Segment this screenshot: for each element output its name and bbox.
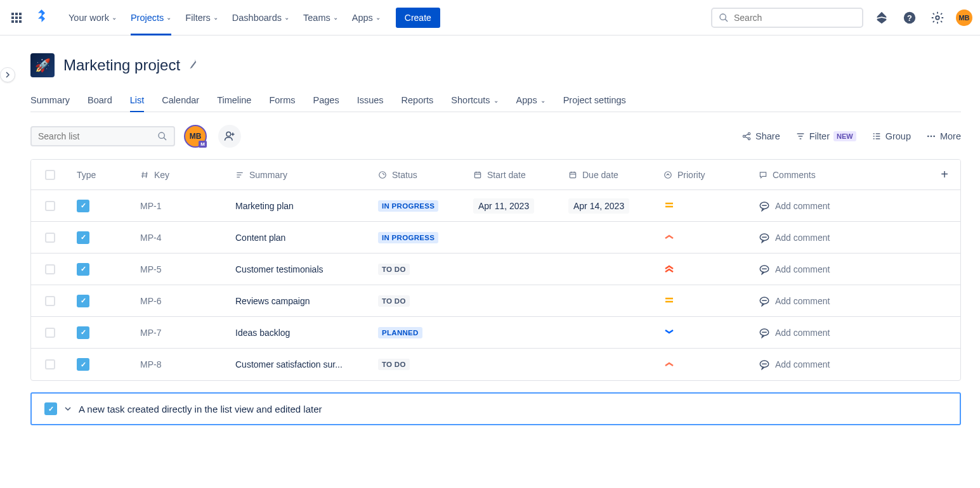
issue-summary[interactable]: Customer satisfaction sur... (235, 359, 343, 369)
status-badge[interactable]: IN PROGRESS (378, 200, 438, 212)
column-summary[interactable]: Summary (228, 170, 370, 180)
table-row[interactable]: ✓MP-4Content planIN PROGRESSAdd comment (31, 222, 960, 254)
list-search-input[interactable] (38, 131, 152, 141)
row-checkbox[interactable] (45, 233, 55, 243)
sidebar-toggle-button[interactable] (0, 67, 15, 82)
column-comments[interactable]: Comments (751, 170, 872, 180)
issue-key[interactable]: MP-4 (140, 233, 161, 243)
add-comment-button[interactable]: Add comment (759, 232, 830, 243)
tab-board[interactable]: Board (88, 89, 112, 112)
issue-summary[interactable]: Content plan (235, 233, 285, 243)
tab-list[interactable]: List (130, 89, 145, 112)
status-badge[interactable]: TO DO (378, 295, 410, 307)
nav-projects[interactable]: Projects⌄ (124, 8, 178, 28)
due-date[interactable]: Apr 14, 2023 (568, 198, 629, 214)
tab-summary[interactable]: Summary (30, 89, 70, 112)
tab-shortcuts[interactable]: Shortcuts⌄ (451, 89, 498, 112)
project-icon[interactable]: 🚀 (30, 53, 55, 77)
issue-key[interactable]: MP-8 (140, 359, 161, 369)
add-comment-button[interactable]: Add comment (759, 295, 830, 307)
list-search[interactable] (30, 126, 175, 146)
task-type-icon[interactable]: ✓ (77, 263, 89, 276)
row-checkbox[interactable] (45, 264, 55, 274)
issue-key[interactable]: MP-1 (140, 201, 161, 211)
jira-logo-icon[interactable] (34, 8, 49, 27)
add-comment-button[interactable]: Add comment (759, 327, 830, 338)
share-button[interactable]: Share (742, 131, 780, 141)
app-switcher-icon[interactable] (8, 9, 25, 27)
table-row[interactable]: ✓MP-5Customer testimonialsTO DOAdd comme… (31, 254, 960, 285)
nav-teams[interactable]: Teams⌄ (297, 8, 344, 28)
tab-project-settings[interactable]: Project settings (563, 89, 626, 112)
nav-apps[interactable]: Apps⌄ (346, 8, 387, 28)
create-button[interactable]: Create (396, 8, 440, 28)
notifications-icon[interactable] (872, 8, 891, 27)
profile-avatar[interactable]: MB (956, 10, 972, 26)
priority-highest-icon[interactable] (663, 262, 675, 276)
table-row[interactable]: ✓MP-7Ideas backlogPLANNEDAdd comment (31, 317, 960, 349)
tab-reports[interactable]: Reports (402, 89, 434, 112)
add-person-button[interactable] (218, 125, 241, 148)
nav-your-work[interactable]: Your work⌄ (62, 8, 123, 28)
add-comment-button[interactable]: Add comment (759, 359, 830, 370)
tab-apps[interactable]: Apps⌄ (516, 89, 546, 112)
issue-summary[interactable]: Marketing plan (235, 201, 294, 211)
status-badge[interactable]: IN PROGRESS (378, 232, 438, 243)
task-type-icon[interactable]: ✓ (77, 200, 89, 212)
table-row[interactable]: ✓MP-6Reviews campaignTO DOAdd comment (31, 285, 960, 317)
add-comment-button[interactable]: Add comment (759, 264, 830, 275)
start-date[interactable]: Apr 11, 2023 (473, 198, 534, 214)
add-column-button[interactable]: + (941, 167, 948, 182)
table-row[interactable]: ✓MP-8Customer satisfaction sur...TO DOAd… (31, 349, 960, 380)
task-type-icon[interactable]: ✓ (77, 295, 89, 307)
select-all-checkbox[interactable] (45, 170, 55, 180)
tab-calendar[interactable]: Calendar (162, 89, 199, 112)
tab-forms[interactable]: Forms (269, 89, 295, 112)
issue-key[interactable]: MP-6 (140, 296, 161, 306)
task-type-icon[interactable]: ✓ (77, 326, 89, 339)
new-task-row[interactable]: ✓ (30, 392, 961, 425)
priority-medium-icon[interactable] (663, 199, 675, 212)
nav-filters[interactable]: Filters⌄ (179, 8, 224, 28)
tab-pages[interactable]: Pages (313, 89, 339, 112)
table-row[interactable]: ✓MP-1Marketing planIN PROGRESSApr 11, 20… (31, 190, 960, 222)
column-key[interactable]: Key (133, 170, 228, 180)
task-type-icon[interactable]: ✓ (77, 231, 89, 244)
row-checkbox[interactable] (45, 201, 55, 211)
column-status[interactable]: Status (370, 170, 466, 180)
global-search[interactable] (711, 8, 863, 28)
nav-dashboards[interactable]: Dashboards⌄ (226, 8, 296, 28)
status-badge[interactable]: PLANNED (378, 327, 422, 338)
priority-high-icon[interactable] (663, 231, 675, 244)
add-comment-button[interactable]: Add comment (759, 200, 830, 212)
type-dropdown-icon[interactable] (65, 404, 71, 414)
tab-issues[interactable]: Issues (357, 89, 384, 112)
issue-summary[interactable]: Reviews campaign (235, 296, 310, 306)
more-button[interactable]: More (926, 131, 961, 141)
tab-timeline[interactable]: Timeline (217, 89, 251, 112)
column-due-date[interactable]: Due date (561, 170, 656, 180)
column-priority[interactable]: Priority (656, 170, 751, 180)
row-checkbox[interactable] (45, 359, 55, 369)
issue-summary[interactable]: Customer testimonials (235, 264, 323, 274)
column-type[interactable]: Type (69, 170, 133, 180)
task-type-icon[interactable]: ✓ (44, 402, 57, 415)
status-badge[interactable]: TO DO (378, 264, 410, 275)
row-checkbox[interactable] (45, 296, 55, 306)
help-icon[interactable]: ? (900, 8, 919, 27)
assignee-filter-avatar[interactable]: MB M (184, 125, 207, 148)
search-input[interactable] (734, 13, 856, 23)
priority-high-icon[interactable] (663, 358, 675, 371)
row-checkbox[interactable] (45, 328, 55, 338)
group-button[interactable]: Group (872, 131, 911, 141)
priority-medium-icon[interactable] (663, 294, 675, 307)
task-type-icon[interactable]: ✓ (77, 358, 89, 371)
edit-project-icon[interactable] (189, 58, 200, 73)
issue-key[interactable]: MP-7 (140, 328, 161, 338)
priority-low-icon[interactable] (663, 326, 675, 339)
filter-button[interactable]: Filter NEW (795, 131, 856, 141)
issue-summary[interactable]: Ideas backlog (235, 328, 290, 338)
column-start-date[interactable]: Start date (466, 170, 561, 180)
settings-icon[interactable] (928, 8, 947, 27)
status-badge[interactable]: TO DO (378, 359, 410, 370)
